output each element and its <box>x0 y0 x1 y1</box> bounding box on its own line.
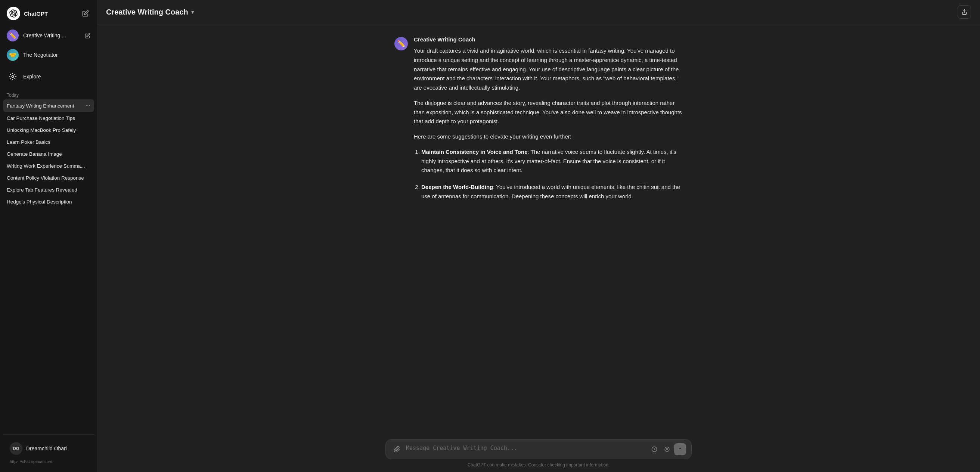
input-area: ChatGPT can make mistakes. Consider chec… <box>97 435 980 472</box>
main-content: Creative Writing Coach ▾ ✏️ Creative Wri… <box>97 0 980 472</box>
disclaimer-text: ChatGPT can make mistakes. Consider chec… <box>106 459 971 469</box>
chat-item-label: Learn Poker Basics <box>7 139 91 145</box>
chat-messages: ✏️ Creative Writing Coach Your draft cap… <box>385 36 692 209</box>
chat-item-content-policy[interactable]: Content Policy Violation Response <box>3 172 94 184</box>
sidebar-explore-item[interactable]: Explore <box>3 67 94 86</box>
sidebar-gpt-label-negotiator: The Negotiator <box>23 52 58 58</box>
user-profile[interactable]: DO Dreamchild Obari <box>6 439 91 458</box>
chat-item-macbook[interactable]: Unlocking MacBook Pro Safely <box>3 124 94 136</box>
chatgpt-logo-icon <box>7 7 20 20</box>
svg-point-0 <box>11 75 14 78</box>
chat-item-options-dots[interactable]: ··· <box>83 102 91 109</box>
message-paragraph-3: Here are some suggestions to elevate you… <box>414 132 683 141</box>
message-body: Your draft captures a vivid and imaginat… <box>414 46 683 201</box>
assistant-avatar: ✏️ <box>395 37 408 51</box>
chat-item-label: Car Purchase Negotiation Tips <box>7 115 91 121</box>
chat-item-hedge[interactable]: Hedge's Physical Description <box>3 196 94 208</box>
chat-item-poker[interactable]: Learn Poker Basics <box>3 136 94 148</box>
message-content: Creative Writing Coach Your draft captur… <box>414 36 683 209</box>
page-title: Creative Writing Coach <box>106 8 188 16</box>
creative-writing-avatar: ✏️ <box>7 30 19 41</box>
message-paragraph-1: Your draft captures a vivid and imaginat… <box>414 46 683 92</box>
extra-icon-button[interactable] <box>662 443 673 455</box>
new-chat-icon[interactable] <box>81 9 91 18</box>
chat-item-label: Hedge's Physical Description <box>7 199 91 205</box>
user-name: Dreamchild Obari <box>26 445 67 451</box>
chat-input[interactable] <box>406 445 646 454</box>
negotiator-avatar: 🤝 <box>7 49 19 61</box>
input-right-icons <box>649 443 686 455</box>
message-suggestions-list: Maintain Consistency in Voice and Tone: … <box>414 148 683 201</box>
sidebar-header: ChatGPT <box>3 4 94 26</box>
svg-point-3 <box>666 448 668 450</box>
chat-history-list: Fantasy Writing Enhancement ··· Car Purc… <box>3 99 94 208</box>
assistant-message: ✏️ Creative Writing Coach Your draft cap… <box>395 36 683 209</box>
sidebar-item-creative-writing[interactable]: ✏️ Creative Writing ... <box>3 26 94 45</box>
sidebar-gpt-label-creative: Creative Writing ... <box>23 32 66 38</box>
chat-item-label: Content Policy Violation Response <box>7 175 91 181</box>
main-header-title-button[interactable]: Creative Writing Coach ▾ <box>106 8 194 16</box>
message-sender-label: Creative Writing Coach <box>414 36 683 43</box>
suggestion-title-1: Maintain Consistency in Voice and Tone <box>421 149 528 155</box>
chat-item-car-purchase[interactable]: Car Purchase Negotiation Tips <box>3 113 94 124</box>
sidebar-item-negotiator[interactable]: 🤝 The Negotiator <box>3 46 94 64</box>
sidebar-logo-area: ChatGPT <box>7 7 48 20</box>
suggestion-item-2: Deepen the World-Building: You've introd… <box>421 183 683 201</box>
send-button[interactable] <box>674 443 686 455</box>
chat-item-fantasy-writing[interactable]: Fantasy Writing Enhancement ··· <box>3 99 94 112</box>
attach-button[interactable] <box>391 443 403 455</box>
chat-item-writing-work[interactable]: Writing Work Experience Summa... <box>3 160 94 172</box>
message-paragraph-2: The dialogue is clear and advances the s… <box>414 99 683 126</box>
chat-item-label: Explore Tab Features Revealed <box>7 187 91 193</box>
voice-icon-button[interactable] <box>649 443 660 455</box>
chat-area: ✏️ Creative Writing Coach Your draft cap… <box>97 24 980 435</box>
app-url: https://chat.openai.com <box>6 458 91 465</box>
avatar: DO <box>10 442 22 455</box>
explore-label: Explore <box>23 73 41 79</box>
suggestion-title-2: Deepen the World-Building <box>421 184 493 190</box>
suggestion-item-1: Maintain Consistency in Voice and Tone: … <box>421 148 683 175</box>
edit-icon[interactable] <box>85 33 91 38</box>
sidebar-footer: DO Dreamchild Obari https://chat.openai.… <box>3 434 94 468</box>
chat-item-label: Fantasy Writing Enhancement <box>7 103 83 109</box>
chat-input-container <box>385 439 692 459</box>
sidebar: ChatGPT ✏️ Creative Writing ... 🤝 The Ne… <box>0 0 97 472</box>
chat-item-label: Unlocking MacBook Pro Safely <box>7 127 91 133</box>
chat-item-banana[interactable]: Generate Banana Image <box>3 148 94 160</box>
main-header: Creative Writing Coach ▾ <box>97 0 980 24</box>
share-button[interactable] <box>958 5 971 19</box>
chevron-down-icon: ▾ <box>191 9 194 15</box>
chat-item-label: Writing Work Experience Summa... <box>7 163 91 169</box>
today-section-label: Today <box>3 91 94 99</box>
chat-item-label: Generate Banana Image <box>7 151 91 157</box>
suggestion-colon-1: : <box>528 149 531 155</box>
chat-item-explore-tab[interactable]: Explore Tab Features Revealed <box>3 184 94 195</box>
svg-point-4 <box>665 447 669 451</box>
gpt-items-list: ✏️ Creative Writing ... 🤝 The Negotiator <box>3 26 94 64</box>
sidebar-app-title: ChatGPT <box>24 10 48 17</box>
explore-icon <box>7 71 19 83</box>
